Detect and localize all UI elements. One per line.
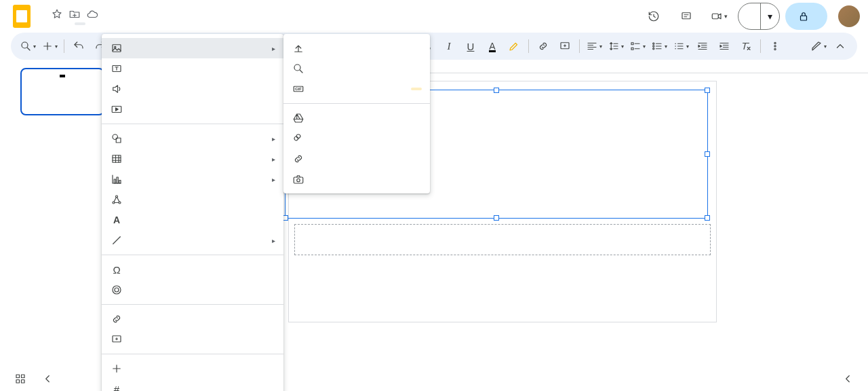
- align-button[interactable]: [584, 36, 604, 56]
- svg-rect-36: [16, 380, 20, 384]
- svg-point-10: [774, 42, 776, 43]
- insert-link-button[interactable]: [533, 36, 553, 56]
- move-icon[interactable]: [68, 7, 81, 21]
- collapse-toolbar-icon[interactable]: [830, 36, 850, 56]
- menu-file[interactable]: [38, 22, 49, 25]
- menu-slide[interactable]: [99, 22, 110, 25]
- insert-new-slide[interactable]: [102, 358, 283, 379]
- explore-icon[interactable]: [838, 369, 857, 388]
- more-button[interactable]: [765, 36, 785, 56]
- svg-rect-19: [113, 155, 121, 163]
- comments-icon[interactable]: [673, 3, 700, 30]
- svg-rect-0: [682, 13, 690, 19]
- insert-text-box[interactable]: [102, 58, 283, 79]
- insert-diagram[interactable]: [102, 189, 283, 210]
- account-avatar[interactable]: [838, 5, 860, 27]
- chart-icon: [110, 172, 123, 186]
- audio-icon: [110, 82, 123, 96]
- search-menu-button[interactable]: [18, 36, 38, 56]
- cloud-icon[interactable]: [85, 7, 99, 21]
- insert-image[interactable]: ▸: [102, 38, 283, 58]
- submenu-arrow-icon: ▸: [272, 45, 275, 52]
- image-by-url[interactable]: [283, 149, 430, 169]
- insert-special-characters[interactable]: Ω: [102, 259, 283, 280]
- insert-word-art[interactable]: A: [102, 210, 283, 230]
- hash-icon: #: [110, 382, 123, 391]
- bulleted-list-button[interactable]: [649, 36, 669, 56]
- svg-point-12: [774, 48, 776, 50]
- grid-view-icon[interactable]: [11, 369, 30, 388]
- menu-edit[interactable]: [50, 22, 61, 25]
- image-camera[interactable]: [283, 169, 430, 189]
- highlight-button[interactable]: [504, 36, 524, 56]
- italic-button[interactable]: I: [439, 36, 459, 56]
- menu-tools[interactable]: [123, 22, 134, 25]
- insert-animation[interactable]: [102, 280, 283, 300]
- svg-point-8: [653, 45, 654, 47]
- filmstrip[interactable]: [0, 62, 108, 391]
- subtitle-placeholder[interactable]: [294, 224, 711, 255]
- slideshow-button[interactable]: ▾: [738, 3, 780, 30]
- insert-chart[interactable]: ▸: [102, 169, 283, 189]
- table-icon: [110, 152, 123, 166]
- underline-button[interactable]: U: [460, 36, 481, 56]
- share-button[interactable]: [785, 3, 827, 30]
- insert-link[interactable]: [102, 309, 283, 329]
- star-icon[interactable]: [50, 7, 64, 21]
- image-search-web[interactable]: [283, 58, 430, 79]
- new-slide-button[interactable]: [39, 36, 60, 56]
- menu-format[interactable]: [87, 22, 98, 25]
- collapse-panel-icon[interactable]: [38, 369, 57, 388]
- slides-logo[interactable]: [8, 3, 35, 30]
- image-submenu: GIF: [283, 34, 430, 193]
- submenu-arrow-icon: ▸: [272, 135, 275, 143]
- svg-rect-20: [114, 179, 115, 183]
- word-art-icon: A: [110, 213, 123, 227]
- insert-shape[interactable]: ▸: [102, 128, 283, 149]
- insert-menu-dropdown: ▸ ▸ ▸ ▸ A ▸ Ω: [102, 34, 283, 391]
- insert-line[interactable]: ▸: [102, 230, 283, 250]
- svg-rect-35: [22, 375, 25, 378]
- svg-rect-37: [22, 380, 25, 384]
- image-upload[interactable]: [283, 38, 430, 58]
- animation-icon: [110, 283, 123, 297]
- menu-view[interactable]: [62, 22, 73, 25]
- indent-increase-button[interactable]: [714, 36, 734, 56]
- menu-insert[interactable]: [75, 22, 85, 25]
- clear-formatting-button[interactable]: [736, 36, 756, 56]
- checklist-button[interactable]: [627, 36, 648, 56]
- image-drive[interactable]: [283, 108, 430, 128]
- svg-rect-1: [712, 14, 718, 19]
- svg-point-17: [113, 134, 118, 140]
- numbered-list-button[interactable]: [671, 36, 691, 56]
- diagram-icon: [110, 193, 123, 206]
- shape-icon: [110, 132, 123, 145]
- mode-button[interactable]: [808, 36, 829, 56]
- meet-icon[interactable]: ▾: [705, 3, 732, 30]
- doc-title[interactable]: [38, 13, 46, 16]
- image-gifs[interactable]: GIF: [283, 79, 430, 99]
- insert-slide-numbers[interactable]: #: [102, 379, 283, 391]
- svg-rect-6: [631, 48, 633, 50]
- svg-point-11: [774, 45, 776, 47]
- image-photos[interactable]: [283, 128, 430, 149]
- indent-decrease-button[interactable]: [692, 36, 713, 56]
- slideshow-dropdown-icon[interactable]: ▾: [760, 3, 779, 29]
- history-icon[interactable]: [640, 3, 667, 30]
- svg-rect-21: [117, 177, 118, 183]
- insert-comment-button[interactable]: [555, 36, 575, 56]
- menu-extensions[interactable]: [136, 22, 146, 25]
- svg-rect-13: [113, 45, 121, 52]
- undo-button[interactable]: [68, 36, 89, 56]
- menu-arrange[interactable]: [111, 22, 122, 25]
- line-spacing-button[interactable]: [606, 36, 626, 56]
- insert-comment[interactable]: [102, 329, 283, 350]
- menu-help[interactable]: [148, 22, 159, 25]
- insert-video[interactable]: [102, 99, 283, 119]
- text-color-button[interactable]: A: [482, 36, 502, 56]
- svg-rect-22: [119, 181, 121, 184]
- slide-thumbnail[interactable]: [20, 68, 104, 115]
- insert-table[interactable]: ▸: [102, 149, 283, 169]
- drive-icon: [292, 111, 305, 125]
- insert-audio[interactable]: [102, 79, 283, 99]
